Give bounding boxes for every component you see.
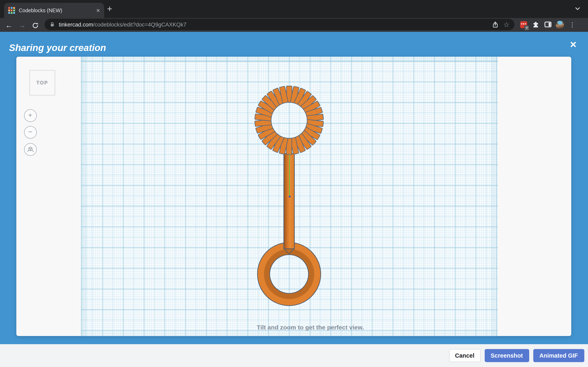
tinkercad-favicon: T I N K E R C A D [8, 7, 15, 14]
zoom-out-button[interactable]: − [24, 126, 36, 138]
favicon-tile: N [13, 7, 15, 9]
favicon-tile: C [8, 12, 10, 14]
animated-gif-button[interactable]: Animated GIF [533, 349, 584, 362]
new-tab-button[interactable]: + [107, 4, 112, 13]
lastpass-dots: ••• [521, 23, 526, 25]
address-bar[interactable]: tinkercad.com/codeblocks/edit?doc=4Q9gCA… [44, 19, 515, 30]
profile-avatar[interactable] [556, 21, 564, 29]
extension-badge: 7 [524, 25, 529, 31]
home-view-cube-icon [26, 146, 34, 153]
grid-perspective-edge [81, 57, 87, 336]
url-path: /codeblocks/edit?doc=4Q9gCAXKQk7 [93, 21, 186, 27]
home-view-button[interactable] [24, 143, 36, 156]
forward-button[interactable]: → [17, 20, 27, 30]
grid-perspective-edge [81, 57, 498, 62]
tab-close-icon[interactable]: × [96, 7, 100, 14]
favicon-tile: I [11, 7, 13, 9]
favicon-tile: D [13, 12, 15, 14]
url-host: tinkercad.com [59, 21, 93, 27]
favicon-tile: A [11, 12, 13, 14]
reload-button[interactable] [30, 20, 40, 30]
share-icon[interactable] [492, 21, 499, 28]
grid-perspective-edge [491, 57, 498, 336]
tab-codeblocks[interactable]: T I N K E R C A D Codeblocks (NEW) × [4, 3, 104, 18]
grid-perspective-edge [81, 331, 498, 336]
browser-window: T I N K E R C A D Codeblocks (NEW) × + ←… [0, 0, 588, 367]
favicon-tile: T [8, 7, 10, 9]
modal-title: Sharing your creation [9, 42, 106, 53]
bookmark-star-icon[interactable]: ☆ [503, 21, 510, 28]
extensions-puzzle-icon[interactable] [532, 21, 539, 28]
url-text[interactable]: tinkercad.com/codeblocks/edit?doc=4Q9gCA… [59, 21, 186, 27]
lock-icon[interactable] [49, 22, 55, 27]
view-cube-label: TOP [36, 80, 48, 85]
workplane-grid[interactable] [81, 57, 498, 336]
cancel-button[interactable]: Cancel [449, 349, 480, 362]
favicon-tile: K [8, 9, 10, 11]
favicon-tile: E [11, 9, 13, 11]
tab-title: Codeblocks (NEW) [19, 8, 84, 13]
viewport-hint-text: Tilt and zoom to get the perfect view. [257, 324, 364, 331]
zoom-in-button[interactable]: + [24, 109, 36, 122]
favicon-tile: R [13, 9, 15, 11]
side-panel-icon[interactable] [544, 21, 552, 28]
browser-menu-icon[interactable]: ⋮ [569, 21, 575, 29]
screenshot-button[interactable]: Screenshot [484, 349, 529, 362]
modal-close-icon[interactable]: × [570, 39, 577, 50]
back-button[interactable]: ← [4, 20, 14, 30]
view-cube[interactable]: TOP [29, 70, 55, 95]
tab-strip: T I N K E R C A D Codeblocks (NEW) × + [0, 0, 588, 18]
footer-buttons: Cancel Screenshot Animated GIF [0, 349, 584, 362]
tab-search-chevron-icon[interactable] [575, 7, 580, 11]
